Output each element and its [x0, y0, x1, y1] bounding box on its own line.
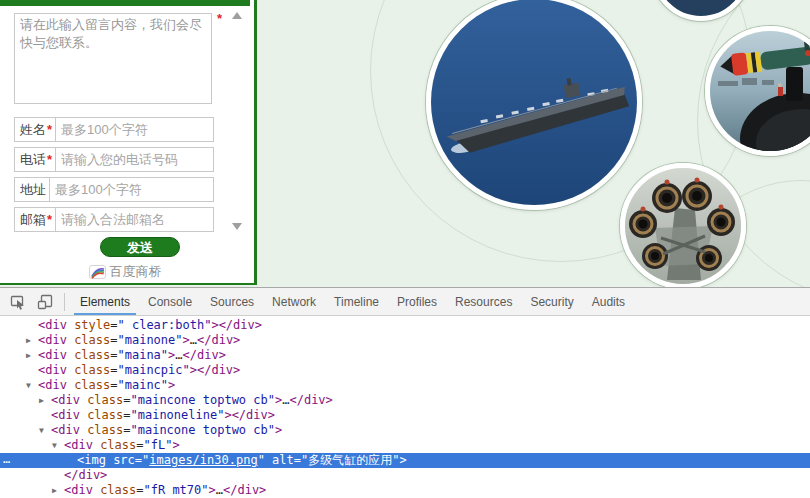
required-asterisk: * — [47, 212, 52, 227]
code-token-val: "maincone toptwo cb" — [130, 393, 275, 407]
dom-row-selected[interactable]: …<img src="images/in30.png" alt="多级气缸的应用… — [0, 453, 810, 468]
code-token-plain: =" — [135, 453, 149, 467]
field-label: 邮箱* — [14, 207, 56, 232]
dom-row-code: <div class="mainoneline"></div> — [0, 408, 810, 423]
code-token-tag: <div — [51, 393, 87, 407]
tab-sources[interactable]: Sources — [201, 288, 263, 315]
message-textarea[interactable] — [14, 13, 212, 104]
field-input[interactable] — [56, 147, 214, 172]
torpedo-tubes-photo — [620, 163, 746, 287]
devtools-tab-bar: ElementsConsoleSourcesNetworkTimelinePro… — [71, 288, 634, 315]
code-token-tag: <div — [38, 348, 74, 362]
code-token-tag: <div — [64, 483, 100, 497]
code-token-tag: ></div> — [211, 318, 262, 332]
code-token-tag: <img — [77, 453, 113, 467]
baidu-bridge-label: 百度商桥 — [110, 263, 162, 281]
dom-row-code: </div> — [0, 468, 810, 483]
expander-collapsed-icon[interactable]: ▶ — [26, 348, 31, 363]
dom-row[interactable]: ▼<div class="mainc"> — [0, 378, 810, 393]
code-token-link: images/in30.png — [149, 453, 257, 467]
code-token-tag: > — [183, 333, 190, 347]
expander-expanded-icon[interactable]: ▼ — [39, 423, 44, 438]
expander-collapsed-icon[interactable]: ▶ — [39, 393, 44, 408]
code-token-tag: <div — [38, 318, 74, 332]
code-token-val: "多级气缸的应用" — [301, 453, 399, 467]
expander-collapsed-icon[interactable]: ▶ — [26, 333, 31, 348]
code-token-attr: class — [87, 423, 123, 437]
field-row-3: 地址 — [14, 177, 214, 202]
code-token-attr: class — [74, 378, 110, 392]
scroll-up-arrow[interactable] — [232, 12, 242, 19]
code-token-tag: </div> — [223, 483, 266, 497]
code-token-val: "fR mt70" — [143, 483, 208, 497]
code-token-tag: </div> — [64, 468, 107, 482]
dom-row[interactable]: ▼<div class="fL"> — [0, 438, 810, 453]
tab-resources[interactable]: Resources — [446, 288, 521, 315]
dom-row[interactable]: ▶<div class="maina">…</div> — [0, 348, 810, 363]
baidu-bridge-brand[interactable]: 百度商桥 — [0, 263, 250, 281]
dom-row[interactable]: <div class="mainoneline"></div> — [0, 408, 810, 423]
chat-widget-header-bar — [0, 0, 250, 6]
tab-timeline[interactable]: Timeline — [325, 288, 388, 315]
code-token-tag: <div — [38, 333, 74, 347]
dom-row[interactable]: <div style=" clear:both"></div> — [0, 318, 810, 333]
baidu-bridge-rainbow-icon — [89, 264, 107, 280]
code-token-val: "maincone toptwo cb" — [130, 423, 275, 437]
dom-row[interactable]: ▼<div class="maincone toptwo cb"> — [0, 423, 810, 438]
devtools-toolbar: ElementsConsoleSourcesNetworkTimelinePro… — [0, 288, 810, 316]
code-token-plain: " — [258, 453, 272, 467]
tab-audits[interactable]: Audits — [583, 288, 634, 315]
dom-row[interactable]: ▶<div class="mainone">…</div> — [0, 333, 810, 348]
aircraft-carrier-photo — [426, 0, 642, 210]
inspect-element-icon[interactable] — [9, 293, 27, 311]
dom-row[interactable]: </div> — [0, 468, 810, 483]
code-token-tag: > — [172, 438, 179, 452]
code-token-attr: style — [74, 318, 110, 332]
code-token-val: " clear:both" — [117, 318, 211, 332]
field-input[interactable] — [56, 117, 214, 142]
dom-row-code: <div class="maina">…</div> — [0, 348, 810, 363]
expander-expanded-icon[interactable]: ▼ — [26, 378, 31, 393]
code-token-val: "mainc" — [117, 378, 168, 392]
field-row-4: 邮箱* — [14, 207, 214, 232]
field-label: 电话* — [14, 147, 56, 172]
code-token-plain: … — [175, 348, 182, 362]
scroll-down-arrow[interactable] — [232, 223, 242, 230]
field-row-2: 电话* — [14, 147, 214, 172]
tab-security[interactable]: Security — [521, 288, 582, 315]
tab-console[interactable]: Console — [139, 288, 201, 315]
code-token-attr: class — [87, 393, 123, 407]
dom-row[interactable]: ▶<div class="maincone toptwo cb">…</div> — [0, 393, 810, 408]
code-token-tag: > — [168, 378, 175, 392]
dom-row-code: <div class="fR mt70">…</div> — [0, 483, 810, 498]
tab-network[interactable]: Network — [263, 288, 325, 315]
dom-row-code: <div class="mainone">…</div> — [0, 333, 810, 348]
code-token-tag: </div> — [183, 348, 226, 362]
code-token-tag: </div> — [197, 333, 240, 347]
code-token-tag: ></div> — [224, 408, 275, 422]
code-token-tag: <div — [38, 378, 74, 392]
code-token-val: "maincpic" — [117, 363, 189, 377]
field-input[interactable] — [50, 177, 214, 202]
tab-elements[interactable]: Elements — [71, 288, 139, 315]
code-token-plain: … — [190, 333, 197, 347]
dom-row[interactable]: ▶<div class="fR mt70">…</div> — [0, 483, 810, 498]
device-toolbar-icon[interactable] — [36, 293, 54, 311]
expander-collapsed-icon[interactable]: ▶ — [52, 483, 57, 498]
code-token-attr: class — [74, 348, 110, 362]
dom-row-code: <div class="fL"> — [0, 438, 810, 453]
dom-row[interactable]: <div class="maincpic"></div> — [0, 363, 810, 378]
code-token-tag: <div — [51, 423, 87, 437]
send-button[interactable]: 发送 — [100, 237, 180, 257]
required-asterisk: * — [47, 152, 52, 167]
expander-expanded-icon[interactable]: ▼ — [52, 438, 57, 453]
tab-profiles[interactable]: Profiles — [388, 288, 446, 315]
webpage-viewport: * 姓名*电话*地址邮箱* 发送 百度商桥 — [0, 0, 810, 287]
toolbar-separator — [64, 293, 65, 311]
baidu-bridge-chat-widget: * 姓名*电话*地址邮箱* 发送 百度商桥 — [0, 0, 257, 285]
field-label: 地址 — [14, 177, 50, 202]
code-token-attr: class — [100, 438, 136, 452]
field-input[interactable] — [56, 207, 214, 232]
code-token-plain: = — [294, 453, 301, 467]
code-token-tag: > — [399, 453, 406, 467]
